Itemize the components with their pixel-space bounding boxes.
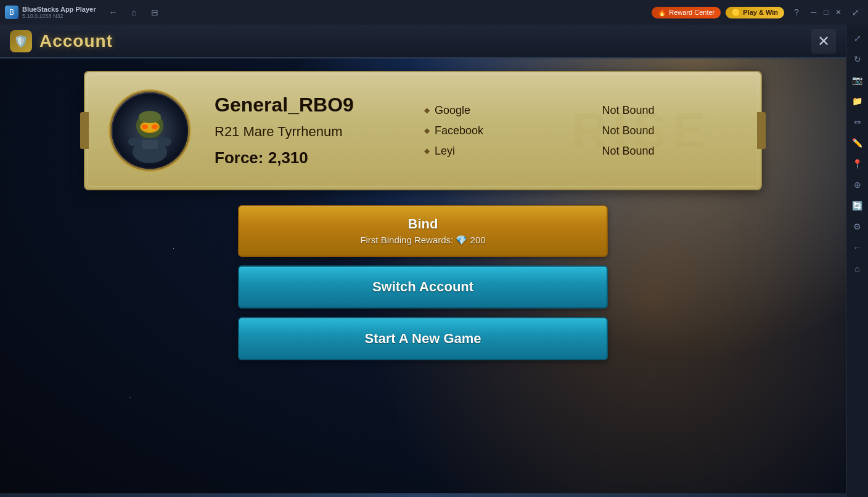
- window-controls: ─ □ ✕: [809, 7, 843, 17]
- minimize-button[interactable]: ─: [809, 7, 819, 17]
- card-left-decoration: [80, 112, 89, 149]
- nav-buttons: ← ⌂ ⊟: [105, 5, 162, 20]
- google-binding-status: Not Bound: [602, 104, 737, 117]
- app-name-block: BlueStacks App Player 5.10.0.1058 N32: [22, 6, 96, 19]
- sidebar-camera-icon[interactable]: 📷: [849, 71, 866, 89]
- main-content: General_RBO9 R21 Mare Tyrrhenum Force: 2…: [0, 59, 846, 497]
- close-window-button[interactable]: ✕: [833, 7, 843, 17]
- right-sidebar: ⤢ ↻ 📷 📁 ⇔ ✏️ 📍 ⊕ 🔄 ⚙ ← ⌂: [846, 25, 868, 497]
- svg-point-6: [142, 124, 148, 129]
- restore-button[interactable]: □: [821, 7, 831, 17]
- sidebar-edit-icon[interactable]: ✏️: [849, 134, 866, 152]
- account-server: R21 Mare Tyrrhenum: [215, 124, 399, 140]
- account-shield-icon: 🛡️: [10, 30, 32, 52]
- sidebar-home-icon[interactable]: ⌂: [849, 260, 866, 277]
- account-username: General_RBO9: [215, 94, 399, 116]
- reward-center-button[interactable]: 🔥 Reward Center: [652, 7, 721, 18]
- topbar: B BlueStacks App Player 5.10.0.1058 N32 …: [0, 0, 868, 25]
- facebook-label-text: Facebook: [435, 124, 483, 137]
- app-name: BlueStacks App Player: [22, 6, 96, 13]
- reward-center-label: Reward Center: [669, 9, 714, 16]
- close-dialog-button[interactable]: ✕: [811, 29, 836, 54]
- account-card: General_RBO9 R21 Mare Tyrrhenum Force: 2…: [84, 71, 762, 190]
- expand-button[interactable]: ⤢: [848, 5, 863, 20]
- bindings-section: Google Not Bound Facebook Not Bound Leyi…: [424, 104, 736, 158]
- avatar-image: [112, 92, 188, 169]
- leyi-label-text: Leyi: [435, 145, 455, 158]
- bluestacks-icon: B: [5, 6, 18, 19]
- sidebar-location-icon[interactable]: 📍: [849, 155, 866, 172]
- switch-account-label: Switch Account: [372, 279, 473, 294]
- leyi-binding-label: Leyi: [424, 145, 565, 158]
- bind-sub-label: First Binding Rewards: 💎 200: [360, 235, 485, 246]
- svg-rect-12: [142, 140, 158, 149]
- topbar-right: 🔥 Reward Center 🟡 Play & Win ? ─ □ ✕ ⤢: [652, 5, 863, 20]
- home-nav-button[interactable]: ⌂: [126, 5, 141, 20]
- facebook-binding-status: Not Bound: [602, 124, 737, 137]
- svg-point-8: [139, 111, 161, 123]
- bottom-bar: [0, 493, 846, 497]
- coin-icon: 🟡: [732, 9, 740, 17]
- facebook-binding-label: Facebook: [424, 124, 565, 137]
- sidebar-layers-icon[interactable]: ⊕: [849, 176, 866, 193]
- google-label-text: Google: [435, 104, 470, 117]
- sidebar-refresh-icon[interactable]: ↻: [849, 51, 866, 68]
- app-version: 5.10.0.1058 N32: [22, 13, 96, 19]
- force-value: 2,310: [268, 148, 308, 167]
- bind-button[interactable]: Bind First Binding Rewards: 💎 200: [238, 205, 608, 257]
- app-logo: B BlueStacks App Player 5.10.0.1058 N32: [5, 6, 96, 19]
- back-nav-button[interactable]: ←: [105, 5, 120, 20]
- sidebar-folder-icon[interactable]: 📁: [849, 92, 866, 110]
- play-win-button[interactable]: 🟡 Play & Win: [726, 7, 784, 18]
- windows-nav-button[interactable]: ⊟: [147, 5, 162, 20]
- sidebar-settings-icon[interactable]: ⚙: [849, 218, 866, 235]
- buttons-section: Bind First Binding Rewards: 💎 200 Switch…: [238, 205, 608, 360]
- svg-point-7: [152, 124, 158, 129]
- force-label: Force:: [215, 148, 263, 167]
- google-binding-label: Google: [424, 104, 565, 117]
- sidebar-expand-icon[interactable]: ⤢: [849, 30, 866, 47]
- card-right-decoration: [757, 112, 766, 149]
- sidebar-sync-icon[interactable]: 🔄: [849, 197, 866, 214]
- start-new-game-button[interactable]: Start A New Game: [238, 317, 608, 360]
- sidebar-resize-icon[interactable]: ⇔: [849, 113, 866, 131]
- sidebar-back-icon[interactable]: ←: [849, 239, 866, 256]
- account-info-block: General_RBO9 R21 Mare Tyrrhenum Force: 2…: [215, 94, 399, 168]
- play-win-label: Play & Win: [743, 9, 778, 16]
- flame-icon: 🔥: [658, 9, 666, 17]
- account-force: Force: 2,310: [215, 148, 399, 168]
- start-new-game-label: Start A New Game: [364, 331, 481, 346]
- game-titlebar: 🛡️ Account ✕: [0, 25, 846, 59]
- soldier-svg: [113, 94, 187, 168]
- player-avatar: [110, 91, 190, 171]
- page-title: Account: [39, 31, 113, 51]
- leyi-binding-status: Not Bound: [602, 145, 737, 158]
- switch-account-button[interactable]: Switch Account: [238, 265, 608, 309]
- bind-label: Bind: [408, 216, 438, 232]
- help-button[interactable]: ?: [789, 5, 804, 20]
